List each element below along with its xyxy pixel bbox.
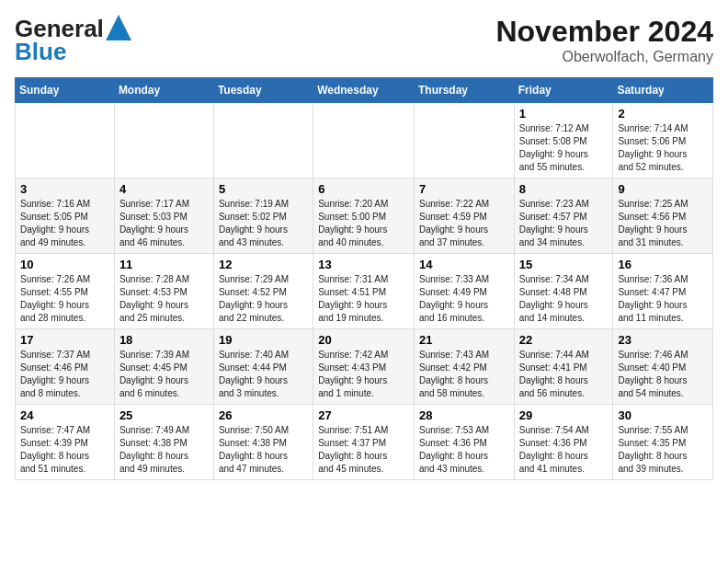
day-number: 6 (318, 182, 409, 196)
calendar-cell: 20Sunrise: 7:42 AM Sunset: 4:43 PM Dayli… (313, 329, 415, 405)
calendar-cell (414, 103, 514, 178)
day-number: 29 (519, 408, 609, 422)
day-info: Sunrise: 7:20 AM Sunset: 5:00 PM Dayligh… (318, 198, 409, 249)
day-number: 22 (519, 333, 609, 347)
day-number: 26 (219, 408, 308, 422)
day-info: Sunrise: 7:37 AM Sunset: 4:46 PM Dayligh… (20, 349, 109, 400)
weekday-header: Sunday (16, 78, 115, 103)
calendar-cell: 29Sunrise: 7:54 AM Sunset: 4:36 PM Dayli… (514, 405, 613, 480)
day-info: Sunrise: 7:46 AM Sunset: 4:40 PM Dayligh… (618, 349, 708, 400)
day-number: 21 (419, 333, 509, 347)
calendar-cell: 6Sunrise: 7:20 AM Sunset: 5:00 PM Daylig… (313, 178, 415, 254)
day-number: 25 (119, 408, 209, 422)
day-number: 30 (618, 408, 708, 422)
weekday-header: Wednesday (313, 78, 415, 103)
day-info: Sunrise: 7:29 AM Sunset: 4:52 PM Dayligh… (219, 273, 308, 325)
day-number: 1 (519, 107, 609, 121)
day-info: Sunrise: 7:14 AM Sunset: 5:06 PM Dayligh… (618, 122, 708, 174)
calendar-cell: 14Sunrise: 7:33 AM Sunset: 4:49 PM Dayli… (414, 254, 514, 329)
day-number: 3 (20, 182, 109, 196)
calendar-cell (16, 103, 115, 178)
calendar-cell: 4Sunrise: 7:17 AM Sunset: 5:03 PM Daylig… (114, 178, 213, 254)
calendar-cell: 13Sunrise: 7:31 AM Sunset: 4:51 PM Dayli… (313, 254, 415, 329)
day-info: Sunrise: 7:43 AM Sunset: 4:42 PM Dayligh… (419, 349, 509, 400)
calendar-cell: 1Sunrise: 7:12 AM Sunset: 5:08 PM Daylig… (514, 103, 613, 178)
calendar-cell (213, 103, 313, 178)
day-number: 13 (318, 258, 409, 271)
day-info: Sunrise: 7:47 AM Sunset: 4:39 PM Dayligh… (20, 424, 109, 476)
calendar-cell: 25Sunrise: 7:49 AM Sunset: 4:38 PM Dayli… (114, 405, 213, 480)
day-number: 8 (519, 182, 609, 196)
calendar-cell: 11Sunrise: 7:28 AM Sunset: 4:53 PM Dayli… (114, 254, 213, 329)
day-info: Sunrise: 7:55 AM Sunset: 4:35 PM Dayligh… (618, 424, 708, 476)
calendar-cell: 27Sunrise: 7:51 AM Sunset: 4:37 PM Dayli… (313, 405, 415, 480)
calendar-cell: 26Sunrise: 7:50 AM Sunset: 4:38 PM Dayli… (213, 405, 313, 480)
calendar-cell: 16Sunrise: 7:36 AM Sunset: 4:47 PM Dayli… (613, 254, 713, 329)
title-section: November 2024 Oberwolfach, Germany (495, 15, 713, 65)
day-info: Sunrise: 7:16 AM Sunset: 5:05 PM Dayligh… (20, 198, 109, 249)
day-info: Sunrise: 7:28 AM Sunset: 4:53 PM Dayligh… (119, 273, 209, 325)
day-number: 27 (318, 408, 409, 422)
calendar-week-row: 10Sunrise: 7:26 AM Sunset: 4:55 PM Dayli… (16, 254, 713, 329)
day-info: Sunrise: 7:25 AM Sunset: 4:56 PM Dayligh… (618, 198, 708, 249)
day-info: Sunrise: 7:49 AM Sunset: 4:38 PM Dayligh… (119, 424, 209, 476)
day-info: Sunrise: 7:17 AM Sunset: 5:03 PM Dayligh… (119, 198, 209, 249)
calendar-cell: 21Sunrise: 7:43 AM Sunset: 4:42 PM Dayli… (414, 329, 514, 405)
weekday-header: Tuesday (213, 78, 313, 103)
weekday-header: Thursday (414, 78, 514, 103)
day-number: 4 (119, 182, 209, 196)
day-info: Sunrise: 7:39 AM Sunset: 4:45 PM Dayligh… (119, 349, 209, 400)
day-number: 7 (419, 182, 509, 196)
weekday-header: Saturday (613, 78, 713, 103)
calendar-week-row: 1Sunrise: 7:12 AM Sunset: 5:08 PM Daylig… (16, 103, 713, 178)
page-header: General Blue November 2024 Oberwolfach, … (15, 15, 713, 66)
day-info: Sunrise: 7:23 AM Sunset: 4:57 PM Dayligh… (519, 198, 609, 249)
day-number: 10 (20, 258, 109, 271)
calendar-cell: 12Sunrise: 7:29 AM Sunset: 4:52 PM Dayli… (213, 254, 313, 329)
day-number: 15 (519, 258, 609, 271)
day-number: 11 (119, 258, 209, 271)
day-info: Sunrise: 7:22 AM Sunset: 4:59 PM Dayligh… (419, 198, 509, 249)
day-number: 24 (20, 408, 109, 422)
day-number: 2 (618, 107, 708, 121)
calendar-cell: 5Sunrise: 7:19 AM Sunset: 5:02 PM Daylig… (213, 178, 313, 254)
day-info: Sunrise: 7:34 AM Sunset: 4:48 PM Dayligh… (519, 273, 609, 325)
day-number: 9 (618, 182, 708, 196)
day-number: 28 (419, 408, 509, 422)
day-info: Sunrise: 7:53 AM Sunset: 4:36 PM Dayligh… (419, 424, 509, 476)
day-info: Sunrise: 7:40 AM Sunset: 4:44 PM Dayligh… (219, 349, 308, 400)
day-info: Sunrise: 7:50 AM Sunset: 4:38 PM Dayligh… (219, 424, 308, 476)
calendar-cell: 17Sunrise: 7:37 AM Sunset: 4:46 PM Dayli… (16, 329, 115, 405)
day-info: Sunrise: 7:44 AM Sunset: 4:41 PM Dayligh… (519, 349, 609, 400)
calendar-cell: 18Sunrise: 7:39 AM Sunset: 4:45 PM Dayli… (114, 329, 213, 405)
day-number: 20 (318, 333, 409, 347)
logo: General Blue (15, 15, 131, 66)
calendar-cell: 23Sunrise: 7:46 AM Sunset: 4:40 PM Dayli… (613, 329, 713, 405)
day-info: Sunrise: 7:51 AM Sunset: 4:37 PM Dayligh… (318, 424, 409, 476)
calendar-cell: 10Sunrise: 7:26 AM Sunset: 4:55 PM Dayli… (16, 254, 115, 329)
day-info: Sunrise: 7:31 AM Sunset: 4:51 PM Dayligh… (318, 273, 409, 325)
day-number: 14 (419, 258, 509, 271)
day-number: 5 (219, 182, 308, 196)
logo-triangle-icon (106, 15, 131, 40)
day-info: Sunrise: 7:54 AM Sunset: 4:36 PM Dayligh… (519, 424, 609, 476)
calendar-cell: 28Sunrise: 7:53 AM Sunset: 4:36 PM Dayli… (414, 405, 514, 480)
day-info: Sunrise: 7:33 AM Sunset: 4:49 PM Dayligh… (419, 273, 509, 325)
calendar-header-row: SundayMondayTuesdayWednesdayThursdayFrid… (16, 78, 713, 103)
location-title: Oberwolfach, Germany (495, 49, 713, 65)
calendar-table: SundayMondayTuesdayWednesdayThursdayFrid… (15, 77, 713, 480)
calendar-cell: 3Sunrise: 7:16 AM Sunset: 5:05 PM Daylig… (16, 178, 115, 254)
day-info: Sunrise: 7:42 AM Sunset: 4:43 PM Dayligh… (318, 349, 409, 400)
calendar-week-row: 3Sunrise: 7:16 AM Sunset: 5:05 PM Daylig… (16, 178, 713, 254)
calendar-cell: 22Sunrise: 7:44 AM Sunset: 4:41 PM Dayli… (514, 329, 613, 405)
calendar-cell (313, 103, 415, 178)
calendar-cell: 8Sunrise: 7:23 AM Sunset: 4:57 PM Daylig… (514, 178, 613, 254)
weekday-header: Monday (114, 78, 213, 103)
weekday-header: Friday (514, 78, 613, 103)
day-number: 16 (618, 258, 708, 271)
day-number: 23 (618, 333, 708, 347)
calendar-cell: 24Sunrise: 7:47 AM Sunset: 4:39 PM Dayli… (16, 405, 115, 480)
calendar-cell: 7Sunrise: 7:22 AM Sunset: 4:59 PM Daylig… (414, 178, 514, 254)
calendar-cell: 2Sunrise: 7:14 AM Sunset: 5:06 PM Daylig… (613, 103, 713, 178)
month-title: November 2024 (495, 15, 713, 49)
